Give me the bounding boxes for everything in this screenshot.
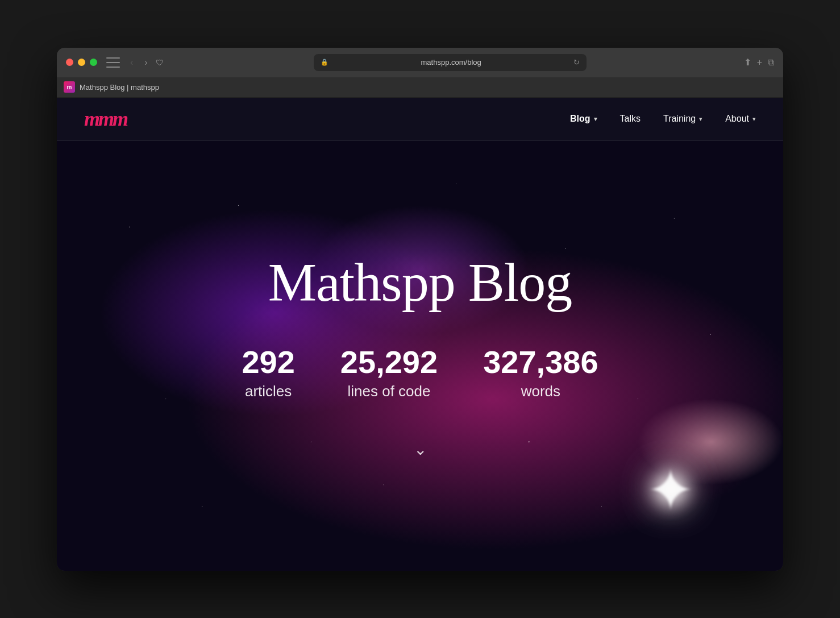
scroll-down-indicator[interactable]: ⌄ xyxy=(414,440,427,459)
stat-label-words: words xyxy=(521,383,560,400)
browser-controls: ‹ › xyxy=(106,55,151,70)
tab-title: Mathspp Blog | mathspp xyxy=(80,83,159,92)
nav-label-talks: Talks xyxy=(620,114,641,124)
site-nav: mmm Blog ▾ Talks Training ▾ About ▾ xyxy=(57,98,783,141)
tab-overview-button[interactable]: ⧉ xyxy=(768,57,774,68)
chevron-down-icon-training: ▾ xyxy=(699,115,702,123)
logo-icon: mmm xyxy=(84,107,127,131)
stat-label-lines: lines of code xyxy=(348,383,431,400)
lock-icon: 🔒 xyxy=(321,59,328,66)
minimize-button[interactable] xyxy=(78,59,85,66)
stat-articles: 292 articles xyxy=(242,346,294,400)
stats-row: 292 articles 25,292 lines of code 327,38… xyxy=(242,346,598,400)
hero-section: Mathspp Blog 292 articles 25,292 lines o… xyxy=(57,141,783,571)
nav-links: Blog ▾ Talks Training ▾ About ▾ xyxy=(570,114,756,124)
new-tab-button[interactable]: + xyxy=(757,57,762,68)
forward-button[interactable]: › xyxy=(141,55,151,70)
refresh-button[interactable]: ↻ xyxy=(573,58,580,67)
stat-number-articles: 292 xyxy=(242,346,294,378)
tab-bar: m Mathspp Blog | mathspp xyxy=(57,77,783,98)
browser-window: ‹ › 🛡 🔒 mathspp.com/blog ↻ ⬆ + ⧉ m Maths… xyxy=(57,48,783,571)
stat-number-words: 327,386 xyxy=(483,346,598,378)
site-logo[interactable]: mmm xyxy=(84,107,127,131)
title-bar: ‹ › 🛡 🔒 mathspp.com/blog ↻ ⬆ + ⧉ xyxy=(57,48,783,77)
nav-item-talks[interactable]: Talks xyxy=(620,114,641,124)
close-button[interactable] xyxy=(66,59,73,66)
maximize-button[interactable] xyxy=(90,59,97,66)
nav-item-about[interactable]: About ▾ xyxy=(725,114,756,124)
hero-title: Mathspp Blog xyxy=(268,252,572,313)
traffic-lights xyxy=(66,59,97,66)
stat-number-lines: 25,292 xyxy=(340,346,438,378)
star-burst-decoration xyxy=(647,457,715,525)
back-button[interactable]: ‹ xyxy=(127,55,136,70)
tab-favicon: m xyxy=(64,81,75,93)
shield-icon: 🛡 xyxy=(156,58,164,67)
browser-action-buttons: ⬆ + ⧉ xyxy=(744,57,774,68)
nav-item-blog[interactable]: Blog ▾ xyxy=(570,114,597,124)
stat-words: 327,386 words xyxy=(483,346,598,400)
website-content: mmm Blog ▾ Talks Training ▾ About ▾ xyxy=(57,98,783,571)
nav-label-about: About xyxy=(725,114,749,124)
url-display[interactable]: mathspp.com/blog xyxy=(333,58,569,67)
hero-content: Mathspp Blog 292 articles 25,292 lines o… xyxy=(242,252,598,459)
nav-label-training: Training xyxy=(663,114,696,124)
nav-item-training[interactable]: Training ▾ xyxy=(663,114,702,124)
stat-lines-of-code: 25,292 lines of code xyxy=(340,346,438,400)
stat-label-articles: articles xyxy=(245,383,292,400)
address-bar[interactable]: 🔒 mathspp.com/blog ↻ xyxy=(314,54,587,71)
nav-label-blog: Blog xyxy=(570,114,591,124)
chevron-down-icon-about: ▾ xyxy=(752,115,756,123)
share-button[interactable]: ⬆ xyxy=(744,57,751,68)
chevron-down-icon-blog: ▾ xyxy=(594,115,597,123)
sidebar-toggle-button[interactable] xyxy=(106,57,120,68)
